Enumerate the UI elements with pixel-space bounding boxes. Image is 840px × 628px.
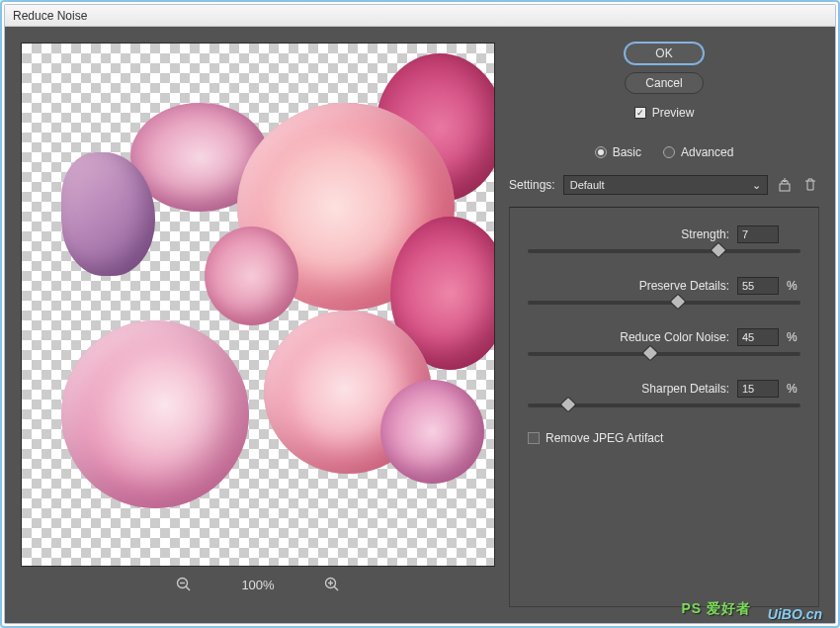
- radio-off-icon: [663, 146, 675, 158]
- dialog-window: Reduce Noise: [4, 4, 836, 624]
- zoom-in-icon[interactable]: [324, 577, 340, 592]
- svg-line-4: [334, 586, 338, 590]
- reduce-color-noise-slider[interactable]: [528, 352, 800, 356]
- preserve-details-input[interactable]: [737, 277, 779, 295]
- sharpen-details-input[interactable]: [737, 380, 779, 398]
- strength-slider[interactable]: [528, 249, 800, 253]
- rose-image: [205, 226, 298, 325]
- settings-value: Default: [570, 179, 605, 191]
- percent-symbol: %: [787, 279, 800, 293]
- percent-symbol: %: [787, 382, 800, 396]
- slider-thumb-icon[interactable]: [669, 294, 686, 311]
- settings-select[interactable]: Default ⌄: [563, 175, 768, 195]
- percent-symbol: %: [787, 330, 800, 344]
- basic-label: Basic: [613, 145, 641, 159]
- left-pane: 100%: [21, 43, 495, 607]
- svg-line-1: [186, 586, 190, 590]
- settings-label: Settings:: [509, 178, 555, 192]
- watermark-bottom: UiBO.cn: [768, 606, 822, 622]
- basic-radio[interactable]: Basic: [595, 145, 641, 159]
- advanced-label: Advanced: [681, 145, 733, 159]
- reduce-color-noise-input[interactable]: [737, 328, 779, 346]
- reduce-color-noise-group: Reduce Color Noise: %: [528, 328, 800, 356]
- slider-thumb-icon[interactable]: [560, 397, 577, 413]
- radio-on-icon: [595, 146, 607, 158]
- right-pane: OK Cancel ✓ Preview Basic Advanced Set: [509, 43, 819, 607]
- strength-input[interactable]: [737, 225, 779, 243]
- rose-image: [380, 380, 484, 484]
- preview-checkbox[interactable]: ✓: [634, 107, 646, 119]
- reduce-color-noise-label: Reduce Color Noise:: [620, 330, 729, 344]
- sharpen-details-group: Sharpen Details: %: [528, 380, 800, 407]
- remove-jpeg-checkbox[interactable]: [528, 432, 540, 444]
- zoom-level[interactable]: 100%: [241, 578, 274, 592]
- sharpen-details-label: Sharpen Details:: [641, 382, 729, 396]
- zoom-out-icon[interactable]: [176, 577, 192, 592]
- chevron-down-icon: ⌄: [752, 179, 761, 192]
- delete-preset-icon[interactable]: [801, 176, 819, 194]
- window-title: Reduce Noise: [13, 9, 87, 23]
- save-preset-icon[interactable]: [776, 176, 794, 194]
- preserve-details-label: Preserve Details:: [639, 279, 729, 293]
- zoom-controls: 100%: [21, 567, 495, 602]
- preserve-details-group: Preserve Details: %: [528, 277, 800, 305]
- mode-radio-group: Basic Advanced: [509, 145, 819, 159]
- titlebar: Reduce Noise: [5, 5, 835, 27]
- ok-button[interactable]: OK: [625, 43, 704, 64]
- preview-label: Preview: [652, 106, 695, 120]
- slider-thumb-icon[interactable]: [711, 242, 727, 259]
- cancel-button[interactable]: Cancel: [625, 72, 704, 94]
- strength-label: Strength:: [681, 227, 729, 241]
- sharpen-details-slider[interactable]: [528, 404, 800, 407]
- advanced-radio[interactable]: Advanced: [663, 145, 733, 159]
- remove-jpeg-label: Remove JPEG Artifact: [546, 431, 663, 445]
- preview-content: [22, 44, 494, 566]
- sliders-panel: Strength: Preserve Details: %: [509, 207, 819, 607]
- svg-rect-7: [780, 184, 790, 191]
- watermark-bottom-2: PS 爱好者: [681, 600, 751, 618]
- slider-thumb-icon[interactable]: [642, 345, 659, 362]
- remove-jpeg-row[interactable]: Remove JPEG Artifact: [528, 431, 800, 445]
- dialog-content: 100% OK Cancel ✓ Preview Basic: [5, 27, 835, 623]
- preview-image[interactable]: [21, 43, 495, 567]
- rose-image: [61, 320, 249, 508]
- preview-checkbox-row[interactable]: ✓ Preview: [634, 106, 695, 120]
- settings-row: Settings: Default ⌄: [509, 175, 819, 195]
- preserve-details-slider[interactable]: [528, 301, 800, 305]
- strength-group: Strength:: [528, 225, 800, 253]
